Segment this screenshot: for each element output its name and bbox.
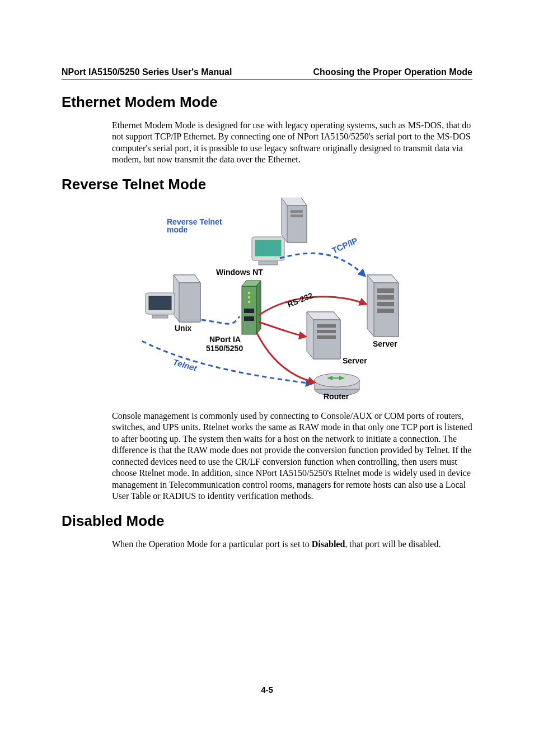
line-tcpip-from-wnt	[280, 253, 365, 276]
svg-point-18	[248, 296, 250, 298]
svg-marker-16	[256, 281, 261, 334]
line-rs232-to-router	[256, 332, 315, 382]
svg-marker-10	[179, 283, 200, 322]
disabled-prefix: When the Operation Mode for a particular…	[112, 539, 312, 549]
svg-rect-3	[291, 210, 303, 213]
label-nport-line1: NPort IA	[209, 335, 241, 344]
device-unix-tower	[174, 275, 200, 322]
svg-rect-31	[377, 288, 394, 293]
label-telnet: Telnet	[172, 357, 199, 373]
svg-point-19	[248, 301, 250, 303]
svg-rect-34	[377, 309, 394, 313]
svg-rect-27	[317, 335, 336, 339]
line-rs232-to-server-mid	[259, 322, 306, 337]
svg-rect-33	[377, 302, 394, 306]
svg-point-37	[315, 374, 359, 387]
figure-reverse-telnet: Reverse Telnet mode Windows NT	[112, 198, 425, 402]
device-nport	[242, 281, 261, 334]
label-tcpip: TCP/IP	[330, 235, 359, 255]
heading-disabled-mode: Disabled Mode	[62, 512, 472, 530]
svg-rect-7	[259, 262, 278, 265]
svg-rect-6	[255, 240, 281, 256]
svg-rect-21	[244, 316, 254, 321]
device-unix-monitor	[146, 293, 175, 318]
disabled-suffix: , that port will be disabled.	[345, 539, 441, 549]
svg-point-17	[248, 292, 250, 294]
svg-rect-26	[317, 330, 336, 333]
device-monitor-wnt	[252, 237, 284, 265]
label-router: Router	[324, 392, 349, 399]
label-unix: Unix	[175, 324, 192, 333]
svg-rect-25	[317, 324, 336, 328]
page-number: 4-5	[0, 685, 534, 694]
para-disabled-mode: When the Operation Mode for a particular…	[112, 539, 472, 550]
runhead-right: Choosing the Proper Operation Mode	[313, 67, 472, 77]
figure-title-line2: mode	[167, 225, 188, 234]
svg-rect-4	[291, 214, 303, 217]
running-header: NPort IA5150/5250 Series User's Manual C…	[62, 67, 472, 80]
label-server-mid: Server	[343, 356, 367, 365]
label-nport-line2: 5150/5250	[206, 344, 243, 353]
heading-reverse-telnet-mode: Reverse Telnet Mode	[62, 176, 472, 193]
device-server-far	[367, 275, 399, 337]
heading-ethernet-modem-mode: Ethernet Modem Mode	[62, 94, 472, 111]
label-windows-nt: Windows NT	[216, 268, 263, 277]
svg-rect-20	[244, 309, 254, 313]
device-tower-top	[282, 198, 307, 242]
label-rs232: RS-232	[286, 291, 314, 309]
device-server-mid	[307, 312, 340, 359]
line-tcpip-from-unix	[202, 316, 240, 324]
disabled-bold: Disabled	[312, 539, 345, 549]
runhead-left: NPort IA5150/5250 Series User's Manual	[62, 67, 232, 77]
label-server-far: Server	[373, 339, 397, 348]
svg-rect-32	[377, 295, 394, 300]
para-ethernet-modem: Ethernet Modem Mode is designed for use …	[112, 120, 472, 166]
svg-rect-13	[152, 315, 168, 318]
svg-rect-12	[149, 296, 171, 310]
para-reverse-telnet: Console management is commonly used by c…	[112, 410, 472, 502]
